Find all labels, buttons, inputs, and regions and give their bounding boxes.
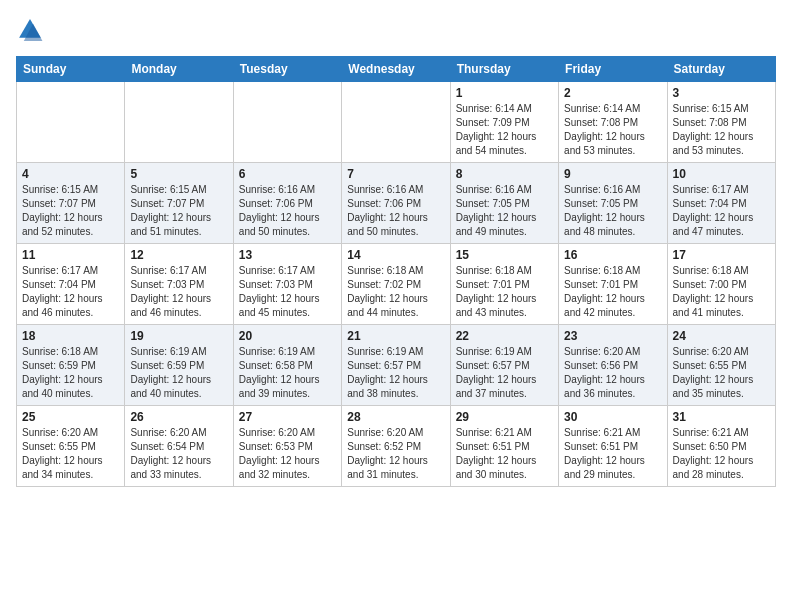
- day-info: Sunrise: 6:17 AM Sunset: 7:03 PM Dayligh…: [130, 264, 227, 320]
- day-info: Sunrise: 6:17 AM Sunset: 7:04 PM Dayligh…: [22, 264, 119, 320]
- day-info: Sunrise: 6:20 AM Sunset: 6:52 PM Dayligh…: [347, 426, 444, 482]
- calendar-day-cell: 11Sunrise: 6:17 AM Sunset: 7:04 PM Dayli…: [17, 244, 125, 325]
- day-of-week-header: Sunday: [17, 57, 125, 82]
- calendar-day-cell: 21Sunrise: 6:19 AM Sunset: 6:57 PM Dayli…: [342, 325, 450, 406]
- calendar-week-row: 1Sunrise: 6:14 AM Sunset: 7:09 PM Daylig…: [17, 82, 776, 163]
- calendar-day-cell: [125, 82, 233, 163]
- logo-icon: [16, 16, 44, 44]
- day-number: 23: [564, 329, 661, 343]
- calendar-day-cell: 7Sunrise: 6:16 AM Sunset: 7:06 PM Daylig…: [342, 163, 450, 244]
- day-number: 24: [673, 329, 770, 343]
- day-info: Sunrise: 6:18 AM Sunset: 7:00 PM Dayligh…: [673, 264, 770, 320]
- day-info: Sunrise: 6:15 AM Sunset: 7:07 PM Dayligh…: [130, 183, 227, 239]
- day-info: Sunrise: 6:20 AM Sunset: 6:55 PM Dayligh…: [673, 345, 770, 401]
- day-number: 6: [239, 167, 336, 181]
- calendar-day-cell: 19Sunrise: 6:19 AM Sunset: 6:59 PM Dayli…: [125, 325, 233, 406]
- day-number: 25: [22, 410, 119, 424]
- day-number: 15: [456, 248, 553, 262]
- calendar-day-cell: [233, 82, 341, 163]
- calendar-day-cell: 23Sunrise: 6:20 AM Sunset: 6:56 PM Dayli…: [559, 325, 667, 406]
- day-of-week-header: Friday: [559, 57, 667, 82]
- day-info: Sunrise: 6:14 AM Sunset: 7:08 PM Dayligh…: [564, 102, 661, 158]
- day-number: 14: [347, 248, 444, 262]
- day-info: Sunrise: 6:21 AM Sunset: 6:51 PM Dayligh…: [456, 426, 553, 482]
- day-info: Sunrise: 6:20 AM Sunset: 6:56 PM Dayligh…: [564, 345, 661, 401]
- day-info: Sunrise: 6:20 AM Sunset: 6:55 PM Dayligh…: [22, 426, 119, 482]
- day-number: 29: [456, 410, 553, 424]
- day-info: Sunrise: 6:18 AM Sunset: 6:59 PM Dayligh…: [22, 345, 119, 401]
- logo: [16, 16, 48, 44]
- calendar-day-cell: 6Sunrise: 6:16 AM Sunset: 7:06 PM Daylig…: [233, 163, 341, 244]
- day-info: Sunrise: 6:17 AM Sunset: 7:04 PM Dayligh…: [673, 183, 770, 239]
- day-number: 4: [22, 167, 119, 181]
- calendar-week-row: 4Sunrise: 6:15 AM Sunset: 7:07 PM Daylig…: [17, 163, 776, 244]
- calendar-day-cell: 3Sunrise: 6:15 AM Sunset: 7:08 PM Daylig…: [667, 82, 775, 163]
- page-header: [16, 16, 776, 44]
- day-number: 19: [130, 329, 227, 343]
- calendar-table: SundayMondayTuesdayWednesdayThursdayFrid…: [16, 56, 776, 487]
- calendar-day-cell: 20Sunrise: 6:19 AM Sunset: 6:58 PM Dayli…: [233, 325, 341, 406]
- day-of-week-header: Tuesday: [233, 57, 341, 82]
- day-number: 12: [130, 248, 227, 262]
- calendar-day-cell: 22Sunrise: 6:19 AM Sunset: 6:57 PM Dayli…: [450, 325, 558, 406]
- day-of-week-header: Monday: [125, 57, 233, 82]
- day-info: Sunrise: 6:14 AM Sunset: 7:09 PM Dayligh…: [456, 102, 553, 158]
- calendar-day-cell: 15Sunrise: 6:18 AM Sunset: 7:01 PM Dayli…: [450, 244, 558, 325]
- day-info: Sunrise: 6:15 AM Sunset: 7:07 PM Dayligh…: [22, 183, 119, 239]
- day-info: Sunrise: 6:16 AM Sunset: 7:05 PM Dayligh…: [564, 183, 661, 239]
- day-info: Sunrise: 6:19 AM Sunset: 6:57 PM Dayligh…: [456, 345, 553, 401]
- calendar-week-row: 25Sunrise: 6:20 AM Sunset: 6:55 PM Dayli…: [17, 406, 776, 487]
- day-number: 21: [347, 329, 444, 343]
- day-info: Sunrise: 6:18 AM Sunset: 7:01 PM Dayligh…: [564, 264, 661, 320]
- calendar-week-row: 18Sunrise: 6:18 AM Sunset: 6:59 PM Dayli…: [17, 325, 776, 406]
- calendar-day-cell: 24Sunrise: 6:20 AM Sunset: 6:55 PM Dayli…: [667, 325, 775, 406]
- day-number: 30: [564, 410, 661, 424]
- calendar-day-cell: 9Sunrise: 6:16 AM Sunset: 7:05 PM Daylig…: [559, 163, 667, 244]
- day-number: 13: [239, 248, 336, 262]
- day-number: 2: [564, 86, 661, 100]
- calendar-day-cell: 8Sunrise: 6:16 AM Sunset: 7:05 PM Daylig…: [450, 163, 558, 244]
- calendar-day-cell: 12Sunrise: 6:17 AM Sunset: 7:03 PM Dayli…: [125, 244, 233, 325]
- calendar-day-cell: 16Sunrise: 6:18 AM Sunset: 7:01 PM Dayli…: [559, 244, 667, 325]
- calendar-day-cell: 2Sunrise: 6:14 AM Sunset: 7:08 PM Daylig…: [559, 82, 667, 163]
- day-of-week-header: Wednesday: [342, 57, 450, 82]
- day-number: 10: [673, 167, 770, 181]
- calendar-day-cell: 5Sunrise: 6:15 AM Sunset: 7:07 PM Daylig…: [125, 163, 233, 244]
- calendar-day-cell: 17Sunrise: 6:18 AM Sunset: 7:00 PM Dayli…: [667, 244, 775, 325]
- day-number: 7: [347, 167, 444, 181]
- day-number: 8: [456, 167, 553, 181]
- calendar-day-cell: 27Sunrise: 6:20 AM Sunset: 6:53 PM Dayli…: [233, 406, 341, 487]
- day-number: 27: [239, 410, 336, 424]
- day-number: 26: [130, 410, 227, 424]
- calendar-day-cell: 14Sunrise: 6:18 AM Sunset: 7:02 PM Dayli…: [342, 244, 450, 325]
- day-of-week-header: Saturday: [667, 57, 775, 82]
- calendar-day-cell: 31Sunrise: 6:21 AM Sunset: 6:50 PM Dayli…: [667, 406, 775, 487]
- calendar-day-cell: 25Sunrise: 6:20 AM Sunset: 6:55 PM Dayli…: [17, 406, 125, 487]
- day-info: Sunrise: 6:21 AM Sunset: 6:51 PM Dayligh…: [564, 426, 661, 482]
- calendar-header-row: SundayMondayTuesdayWednesdayThursdayFrid…: [17, 57, 776, 82]
- day-info: Sunrise: 6:16 AM Sunset: 7:06 PM Dayligh…: [347, 183, 444, 239]
- day-info: Sunrise: 6:20 AM Sunset: 6:53 PM Dayligh…: [239, 426, 336, 482]
- calendar-week-row: 11Sunrise: 6:17 AM Sunset: 7:04 PM Dayli…: [17, 244, 776, 325]
- day-number: 9: [564, 167, 661, 181]
- day-number: 20: [239, 329, 336, 343]
- day-info: Sunrise: 6:19 AM Sunset: 6:57 PM Dayligh…: [347, 345, 444, 401]
- day-number: 31: [673, 410, 770, 424]
- day-info: Sunrise: 6:18 AM Sunset: 7:02 PM Dayligh…: [347, 264, 444, 320]
- calendar-day-cell: [17, 82, 125, 163]
- day-info: Sunrise: 6:16 AM Sunset: 7:05 PM Dayligh…: [456, 183, 553, 239]
- day-number: 17: [673, 248, 770, 262]
- day-number: 28: [347, 410, 444, 424]
- calendar-day-cell: 13Sunrise: 6:17 AM Sunset: 7:03 PM Dayli…: [233, 244, 341, 325]
- calendar-day-cell: 1Sunrise: 6:14 AM Sunset: 7:09 PM Daylig…: [450, 82, 558, 163]
- day-number: 5: [130, 167, 227, 181]
- day-of-week-header: Thursday: [450, 57, 558, 82]
- day-info: Sunrise: 6:19 AM Sunset: 6:58 PM Dayligh…: [239, 345, 336, 401]
- day-info: Sunrise: 6:20 AM Sunset: 6:54 PM Dayligh…: [130, 426, 227, 482]
- day-number: 3: [673, 86, 770, 100]
- calendar-day-cell: 10Sunrise: 6:17 AM Sunset: 7:04 PM Dayli…: [667, 163, 775, 244]
- calendar-day-cell: 18Sunrise: 6:18 AM Sunset: 6:59 PM Dayli…: [17, 325, 125, 406]
- day-info: Sunrise: 6:15 AM Sunset: 7:08 PM Dayligh…: [673, 102, 770, 158]
- day-info: Sunrise: 6:16 AM Sunset: 7:06 PM Dayligh…: [239, 183, 336, 239]
- calendar-day-cell: 29Sunrise: 6:21 AM Sunset: 6:51 PM Dayli…: [450, 406, 558, 487]
